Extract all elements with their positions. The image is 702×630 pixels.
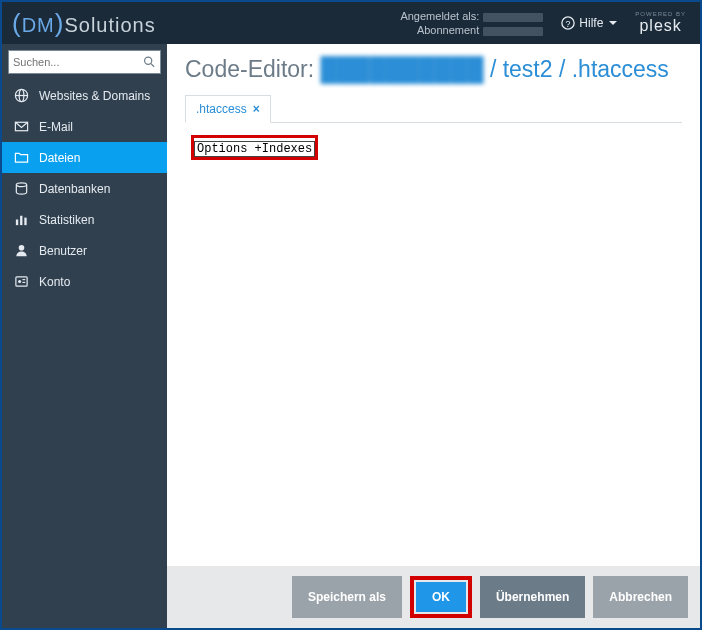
help-menu[interactable]: ? Hilfe xyxy=(561,16,617,30)
sidebar-item-statistics[interactable]: Statistiken xyxy=(2,204,167,235)
database-icon xyxy=(14,181,29,196)
subscription-redacted xyxy=(483,27,543,36)
brand-dm: DM xyxy=(22,14,55,37)
sidebar: Websites & Domains E-Mail Dateien Datenb… xyxy=(2,44,167,628)
chevron-down-icon xyxy=(609,21,617,25)
bottom-bar: Speichern als OK Übernehmen Abbrechen xyxy=(167,566,700,628)
folder-icon xyxy=(14,150,29,165)
code-highlight: Options +Indexes xyxy=(191,135,318,160)
sidebar-item-label: Websites & Domains xyxy=(39,89,150,103)
sidebar-item-label: Datenbanken xyxy=(39,182,110,196)
logged-in-label: Angemeldet als: xyxy=(400,10,479,22)
svg-rect-10 xyxy=(20,216,22,225)
path-file: .htaccess xyxy=(572,56,669,82)
path-sep: / xyxy=(490,56,503,82)
page-title: Code-Editor: ██████████ / test2 / .htacc… xyxy=(185,56,682,83)
topbar: (DM)Solutions Angemeldet als: Abonnement… xyxy=(2,2,700,44)
sidebar-item-label: Statistiken xyxy=(39,213,94,227)
sidebar-item-files[interactable]: Dateien xyxy=(2,142,167,173)
subscription-label: Abonnement xyxy=(417,24,479,36)
svg-point-2 xyxy=(145,57,152,64)
globe-icon xyxy=(14,88,29,103)
sidebar-item-label: Benutzer xyxy=(39,244,87,258)
sidebar-item-email[interactable]: E-Mail xyxy=(2,111,167,142)
sidebar-item-label: Konto xyxy=(39,275,70,289)
login-info: Angemeldet als: Abonnement xyxy=(400,9,543,37)
editor-tabs: .htaccess × xyxy=(185,95,682,123)
search-box[interactable] xyxy=(8,50,161,74)
sidebar-item-label: Dateien xyxy=(39,151,80,165)
svg-point-14 xyxy=(18,280,21,283)
brand-rest: Solutions xyxy=(64,14,155,37)
svg-rect-11 xyxy=(24,218,26,226)
sidebar-item-label: E-Mail xyxy=(39,120,73,134)
path-hidden: ██████████ xyxy=(321,56,484,82)
apply-button[interactable]: Übernehmen xyxy=(480,576,585,618)
help-icon: ? xyxy=(561,16,575,30)
editor-label: Code-Editor: xyxy=(185,56,314,82)
svg-point-12 xyxy=(19,245,25,251)
ok-highlight: OK xyxy=(410,576,472,618)
plesk-logo: POWERED BY plesk xyxy=(635,11,686,35)
stats-icon xyxy=(14,212,29,227)
tab-label: .htaccess xyxy=(196,102,247,116)
save-as-button[interactable]: Speichern als xyxy=(292,576,402,618)
search-input[interactable] xyxy=(13,56,143,68)
code-content[interactable]: Options +Indexes xyxy=(194,141,315,157)
plesk-word: plesk xyxy=(635,17,686,35)
username-redacted xyxy=(483,13,543,22)
brand-logo: (DM)Solutions xyxy=(12,8,156,39)
sidebar-item-users[interactable]: Benutzer xyxy=(2,235,167,266)
path-sep: / xyxy=(553,56,572,82)
svg-rect-13 xyxy=(16,277,27,286)
svg-rect-9 xyxy=(16,220,18,226)
editor-area[interactable]: Options +Indexes xyxy=(185,133,682,566)
ok-button[interactable]: OK xyxy=(416,582,466,612)
user-icon xyxy=(14,243,29,258)
sidebar-item-account[interactable]: Konto xyxy=(2,266,167,297)
svg-line-3 xyxy=(151,64,154,67)
help-label: Hilfe xyxy=(579,16,603,30)
search-icon xyxy=(143,55,156,69)
path-dir: test2 xyxy=(503,56,553,82)
close-icon[interactable]: × xyxy=(253,102,260,116)
tab-htaccess[interactable]: .htaccess × xyxy=(185,95,271,123)
sidebar-item-websites[interactable]: Websites & Domains xyxy=(2,80,167,111)
sidebar-item-databases[interactable]: Datenbanken xyxy=(2,173,167,204)
main-panel: Code-Editor: ██████████ / test2 / .htacc… xyxy=(167,44,700,628)
account-icon xyxy=(14,274,29,289)
cancel-button[interactable]: Abbrechen xyxy=(593,576,688,618)
sidebar-nav: Websites & Domains E-Mail Dateien Datenb… xyxy=(2,80,167,297)
svg-point-8 xyxy=(16,183,26,187)
email-icon xyxy=(14,119,29,134)
svg-text:?: ? xyxy=(566,19,571,29)
